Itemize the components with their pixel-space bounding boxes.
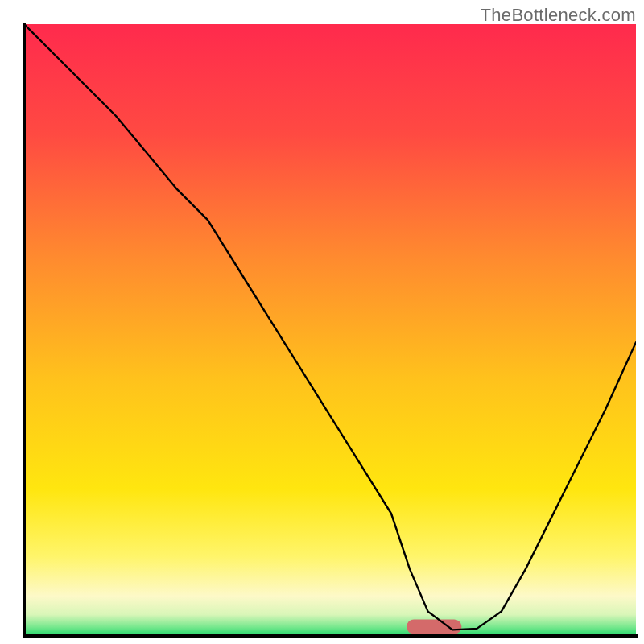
optimal-marker: [407, 619, 461, 634]
chart-container: TheBottleneck.com: [0, 0, 644, 644]
bottleneck-chart: [0, 0, 644, 644]
